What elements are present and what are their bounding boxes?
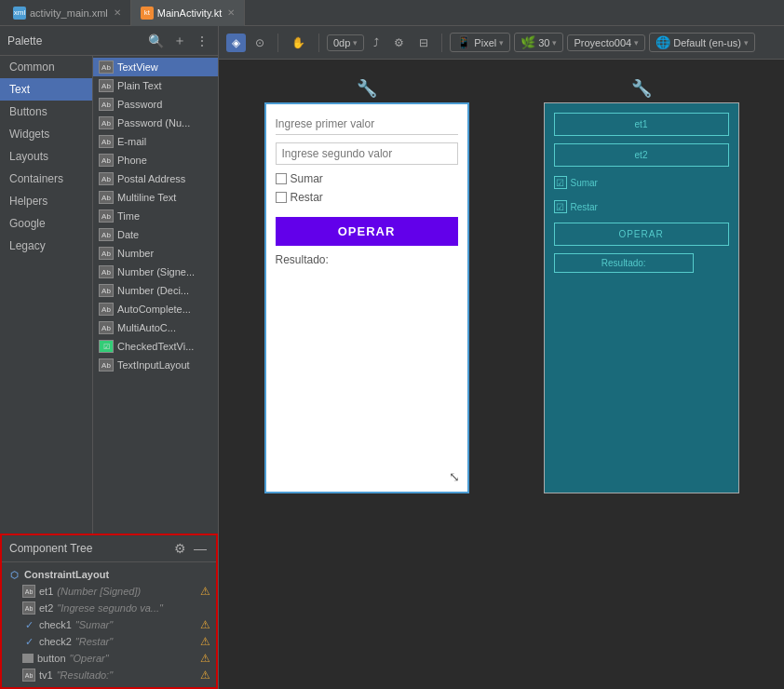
- resize-handle[interactable]: ⤡: [449, 469, 460, 484]
- ab-icon-et1: Ab: [22, 585, 35, 598]
- palette-add-icon[interactable]: ＋: [171, 31, 188, 51]
- widget-ab-icon: Ab: [99, 61, 114, 74]
- device-select[interactable]: 📱 Pixel ▾: [450, 33, 510, 52]
- checkbox-restar-row: Restar: [276, 191, 458, 204]
- check2-warn-icon: ⚠: [200, 635, 210, 648]
- pan-btn[interactable]: ✋: [286, 34, 311, 52]
- ab-icon-tv1: Ab: [22, 669, 35, 682]
- palette-menu-icon[interactable]: ⋮: [194, 32, 210, 50]
- widget-ab-icon: Ab: [99, 172, 114, 185]
- tree-item-et2[interactable]: Ab et2 "Ingrese segundo va...": [17, 600, 216, 616]
- widget-number-signed[interactable]: Ab Number (Signe...: [93, 263, 218, 281]
- blueprint-view-btn[interactable]: ⊙: [250, 34, 270, 52]
- dark-check1-row: ☑ Sumar: [554, 176, 729, 189]
- category-common[interactable]: Common: [0, 56, 92, 78]
- api-label: 30: [538, 37, 549, 48]
- tree-actions: ⚙ —: [172, 539, 209, 558]
- widget-textinput[interactable]: Ab TextInputLayout: [93, 356, 218, 374]
- palette-search-icon[interactable]: 🔍: [146, 32, 166, 50]
- checkbox-sumar[interactable]: [276, 173, 287, 184]
- widget-password-num[interactable]: Ab Password (Nu...: [93, 114, 218, 132]
- component-tree-header: Component Tree ⚙ —: [2, 535, 216, 562]
- widget-ab-icon: Ab: [99, 135, 114, 148]
- widget-autocomplete[interactable]: Ab AutoComplete...: [93, 300, 218, 318]
- tv1-label: tv1: [39, 669, 53, 681]
- widget-postal[interactable]: Ab Postal Address: [93, 169, 218, 188]
- project-select[interactable]: Proyecto004 ▾: [567, 34, 645, 51]
- align-btn[interactable]: ⊟: [413, 34, 434, 52]
- operar-button[interactable]: OPERAR: [276, 217, 458, 246]
- widget-number[interactable]: Ab Number: [93, 244, 218, 263]
- widget-multiline[interactable]: Ab Multiline Text: [93, 188, 218, 207]
- tab-activity-main[interactable]: xml activity_main.xml ✕: [4, 0, 131, 26]
- canvas-area: 🔧 Sumar Restar OPERAR Resultado: ⤡: [219, 60, 784, 689]
- dark-et1: et1: [554, 113, 729, 136]
- category-layouts[interactable]: Layouts: [0, 145, 92, 168]
- widget-multiauto[interactable]: Ab MultiAutoC...: [93, 318, 218, 337]
- category-widgets[interactable]: Widgets: [0, 123, 92, 145]
- category-google[interactable]: Google: [0, 212, 92, 235]
- widget-phone[interactable]: Ab Phone: [93, 151, 218, 169]
- widget-time[interactable]: Ab Time: [93, 207, 218, 225]
- phone-mockup-white: Sumar Restar OPERAR Resultado:: [264, 102, 469, 493]
- resultado-label: Resultado:: [276, 253, 458, 266]
- widget-textview-label: TextView: [117, 61, 158, 73]
- component-tree: Component Tree ⚙ — ⬡ ConstraintLayout Ab…: [0, 534, 218, 689]
- tree-item-constraint[interactable]: ⬡ ConstraintLayout: [2, 566, 216, 583]
- tree-item-check1[interactable]: ✓ check1 "Sumar" ⚠: [17, 616, 216, 633]
- check1-label: check1: [39, 619, 72, 630]
- checkbox-restar[interactable]: [276, 192, 287, 203]
- category-helpers[interactable]: Helpers: [0, 190, 92, 212]
- api-select[interactable]: 🌿 30 ▾: [514, 33, 563, 52]
- widget-date[interactable]: Ab Date: [93, 225, 218, 244]
- category-text[interactable]: Text: [0, 78, 92, 101]
- project-dropdown-icon: ▾: [634, 38, 639, 47]
- offset-select[interactable]: 0dp ▾: [327, 34, 364, 51]
- locale-select[interactable]: 🌐 Default (en-us) ▾: [649, 33, 755, 52]
- widget-ab-icon: Ab: [99, 98, 114, 111]
- pin-top-dark: 🔧: [544, 78, 739, 99]
- locale-dropdown-icon: ▾: [744, 38, 749, 47]
- check-icon-check2: ✓: [22, 635, 35, 648]
- toolbar-sep-1: [277, 34, 278, 52]
- widget-ab-icon: Ab: [99, 209, 114, 223]
- category-legacy[interactable]: Legacy: [0, 235, 92, 257]
- pin-top-white: 🔧: [264, 78, 469, 99]
- tab-main-activity-close[interactable]: ✕: [227, 7, 235, 18]
- input-segundo-valor[interactable]: [276, 142, 458, 165]
- widget-password[interactable]: Ab Password: [93, 95, 218, 114]
- tree-item-check2[interactable]: ✓ check2 "Restar" ⚠: [17, 633, 216, 650]
- tree-item-tv1[interactable]: Ab tv1 "Resultado:" ⚠: [17, 667, 216, 683]
- settings-btn[interactable]: ⚙: [388, 34, 410, 52]
- button-warn-icon: ⚠: [200, 652, 210, 665]
- path-btn[interactable]: ⤴: [368, 34, 385, 52]
- widget-email[interactable]: Ab E-mail: [93, 132, 218, 151]
- tree-settings-icon[interactable]: ⚙: [172, 539, 188, 558]
- locale-icon: 🌐: [656, 35, 670, 49]
- tree-collapse-icon[interactable]: —: [192, 539, 209, 558]
- kt-icon: kt: [141, 7, 154, 20]
- widget-number-decimal[interactable]: Ab Number (Deci...: [93, 281, 218, 300]
- widget-multiauto-label: MultiAutoC...: [117, 322, 176, 333]
- widget-ab-icon: Ab: [99, 154, 114, 167]
- input-primer-valor[interactable]: [276, 114, 458, 135]
- tab-main-activity-label: MainActivity.kt: [157, 7, 222, 19]
- tab-main-activity[interactable]: kt MainActivity.kt ✕: [131, 0, 245, 26]
- phone-mockup-dark: et1 et2 ☑ Sumar ☑ Restar OPERAR Resultad…: [544, 102, 739, 493]
- component-tree-title: Component Tree: [9, 542, 172, 555]
- design-view-btn[interactable]: ◈: [226, 34, 246, 52]
- palette-title: Palette: [7, 34, 146, 47]
- tree-item-button[interactable]: button "Operar" ⚠: [17, 650, 216, 667]
- tree-item-et1[interactable]: Ab et1 (Number [Signed]) ⚠: [17, 583, 216, 600]
- et2-hint: "Ingrese segundo va...": [57, 602, 163, 614]
- tab-activity-main-close[interactable]: ✕: [114, 7, 121, 18]
- tab-activity-main-label: activity_main.xml: [30, 7, 108, 19]
- widget-textview[interactable]: Ab TextView: [93, 58, 218, 76]
- xml-icon: xml: [13, 7, 26, 20]
- widget-plain-text[interactable]: Ab Plain Text: [93, 76, 218, 95]
- category-buttons[interactable]: Buttons: [0, 101, 92, 123]
- widget-ab-icon: Ab: [99, 303, 114, 316]
- check2-label: check2: [39, 636, 72, 647]
- widget-checkedtext[interactable]: ☑ CheckedTextVi...: [93, 337, 218, 356]
- category-containers[interactable]: Containers: [0, 168, 92, 190]
